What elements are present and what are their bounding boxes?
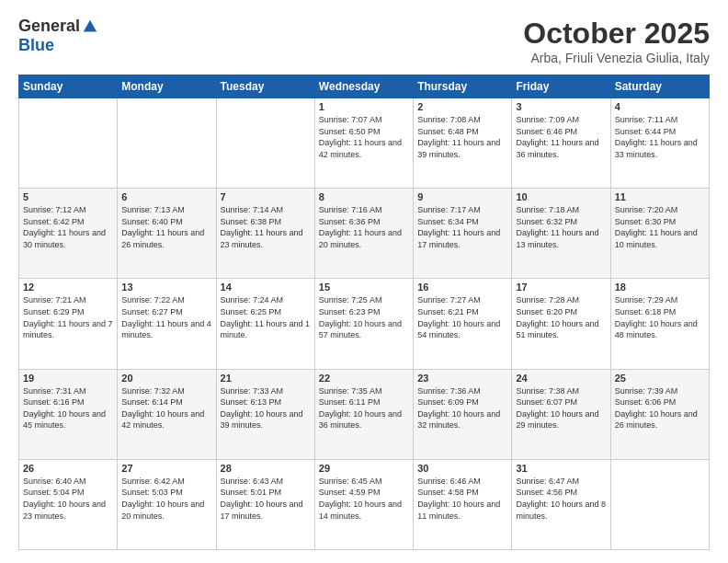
calendar-table: SundayMondayTuesdayWednesdayThursdayFrid…	[18, 75, 710, 550]
day-number: 4	[615, 101, 705, 112]
day-info: Sunrise: 6:42 AM Sunset: 5:03 PM Dayligh…	[121, 476, 211, 522]
logo: General Blue	[18, 17, 98, 55]
day-number: 13	[121, 282, 211, 293]
day-number: 29	[319, 463, 409, 474]
calendar-cell: 13Sunrise: 7:22 AM Sunset: 6:27 PM Dayli…	[118, 279, 216, 369]
calendar-cell: 23Sunrise: 7:36 AM Sunset: 6:09 PM Dayli…	[414, 369, 512, 459]
logo-general-text: General	[18, 17, 80, 36]
calendar-cell: 27Sunrise: 6:42 AM Sunset: 5:03 PM Dayli…	[118, 459, 216, 549]
week-row-4: 19Sunrise: 7:31 AM Sunset: 6:16 PM Dayli…	[19, 369, 710, 459]
calendar-cell: 17Sunrise: 7:28 AM Sunset: 6:20 PM Dayli…	[512, 279, 610, 369]
day-number: 5	[23, 191, 113, 202]
day-info: Sunrise: 7:20 AM Sunset: 6:30 PM Dayligh…	[615, 204, 705, 250]
day-info: Sunrise: 7:31 AM Sunset: 6:16 PM Dayligh…	[23, 385, 113, 431]
calendar-cell	[19, 98, 118, 189]
day-info: Sunrise: 7:12 AM Sunset: 6:42 PM Dayligh…	[23, 204, 113, 250]
day-info: Sunrise: 7:16 AM Sunset: 6:36 PM Dayligh…	[319, 204, 409, 250]
calendar-cell: 26Sunrise: 6:40 AM Sunset: 5:04 PM Dayli…	[19, 459, 118, 549]
calendar-cell: 10Sunrise: 7:18 AM Sunset: 6:32 PM Dayli…	[512, 189, 610, 279]
day-info: Sunrise: 7:11 AM Sunset: 6:44 PM Dayligh…	[615, 114, 705, 160]
calendar-cell	[118, 98, 216, 189]
calendar-cell: 30Sunrise: 6:46 AM Sunset: 4:58 PM Dayli…	[414, 459, 512, 549]
location: Arba, Friuli Venezia Giulia, Italy	[523, 51, 710, 65]
calendar-cell: 15Sunrise: 7:25 AM Sunset: 6:23 PM Dayli…	[314, 279, 413, 369]
day-number: 14	[221, 282, 311, 293]
day-header-saturday: Saturday	[610, 75, 709, 98]
calendar-cell: 21Sunrise: 7:33 AM Sunset: 6:13 PM Dayli…	[216, 369, 314, 459]
month-title: October 2025	[523, 17, 710, 51]
calendar-cell: 16Sunrise: 7:27 AM Sunset: 6:21 PM Dayli…	[414, 279, 512, 369]
day-info: Sunrise: 7:29 AM Sunset: 6:18 PM Dayligh…	[615, 294, 705, 340]
day-number: 22	[319, 373, 409, 384]
calendar-cell: 4Sunrise: 7:11 AM Sunset: 6:44 PM Daylig…	[610, 98, 709, 189]
calendar-cell	[610, 459, 709, 549]
day-info: Sunrise: 7:38 AM Sunset: 6:07 PM Dayligh…	[516, 385, 606, 431]
calendar-cell	[216, 98, 314, 189]
calendar-cell: 7Sunrise: 7:14 AM Sunset: 6:38 PM Daylig…	[216, 189, 314, 279]
day-number: 6	[121, 191, 211, 202]
day-number: 19	[23, 373, 113, 384]
day-number: 26	[23, 463, 113, 474]
day-info: Sunrise: 7:08 AM Sunset: 6:48 PM Dayligh…	[417, 114, 507, 160]
calendar-cell: 2Sunrise: 7:08 AM Sunset: 6:48 PM Daylig…	[414, 98, 512, 189]
day-info: Sunrise: 7:27 AM Sunset: 6:21 PM Dayligh…	[417, 294, 507, 340]
day-number: 21	[221, 373, 311, 384]
day-number: 18	[615, 282, 705, 293]
day-number: 20	[121, 373, 211, 384]
calendar-cell: 14Sunrise: 7:24 AM Sunset: 6:25 PM Dayli…	[216, 279, 314, 369]
calendar-cell: 1Sunrise: 7:07 AM Sunset: 6:50 PM Daylig…	[314, 98, 413, 189]
day-number: 11	[615, 191, 705, 202]
day-info: Sunrise: 7:22 AM Sunset: 6:27 PM Dayligh…	[121, 294, 211, 340]
day-info: Sunrise: 7:33 AM Sunset: 6:13 PM Dayligh…	[221, 385, 311, 431]
day-number: 30	[417, 463, 507, 474]
day-number: 3	[516, 101, 606, 112]
logo-icon	[82, 18, 98, 35]
header-right: October 2025 Arba, Friuli Venezia Giulia…	[523, 17, 710, 65]
day-info: Sunrise: 6:47 AM Sunset: 4:56 PM Dayligh…	[516, 476, 606, 522]
day-info: Sunrise: 7:32 AM Sunset: 6:14 PM Dayligh…	[121, 385, 211, 431]
day-number: 31	[516, 463, 606, 474]
day-info: Sunrise: 6:43 AM Sunset: 5:01 PM Dayligh…	[221, 476, 311, 522]
day-number: 7	[221, 191, 311, 202]
calendar-cell: 18Sunrise: 7:29 AM Sunset: 6:18 PM Dayli…	[610, 279, 709, 369]
calendar-cell: 3Sunrise: 7:09 AM Sunset: 6:46 PM Daylig…	[512, 98, 610, 189]
day-number: 15	[319, 282, 409, 293]
header-row: SundayMondayTuesdayWednesdayThursdayFrid…	[19, 75, 710, 98]
calendar-cell: 31Sunrise: 6:47 AM Sunset: 4:56 PM Dayli…	[512, 459, 610, 549]
day-info: Sunrise: 7:13 AM Sunset: 6:40 PM Dayligh…	[121, 204, 211, 250]
calendar-cell: 12Sunrise: 7:21 AM Sunset: 6:29 PM Dayli…	[19, 279, 118, 369]
day-number: 1	[319, 101, 409, 112]
calendar-cell: 11Sunrise: 7:20 AM Sunset: 6:30 PM Dayli…	[610, 189, 709, 279]
day-info: Sunrise: 7:36 AM Sunset: 6:09 PM Dayligh…	[417, 385, 507, 431]
day-info: Sunrise: 7:14 AM Sunset: 6:38 PM Dayligh…	[221, 204, 311, 250]
day-number: 25	[615, 373, 705, 384]
week-row-1: 1Sunrise: 7:07 AM Sunset: 6:50 PM Daylig…	[19, 98, 710, 189]
day-number: 10	[516, 191, 606, 202]
day-header-friday: Friday	[512, 75, 610, 98]
day-number: 28	[221, 463, 311, 474]
calendar-cell: 29Sunrise: 6:45 AM Sunset: 4:59 PM Dayli…	[314, 459, 413, 549]
header: General Blue October 2025 Arba, Friuli V…	[18, 17, 710, 65]
day-info: Sunrise: 7:35 AM Sunset: 6:11 PM Dayligh…	[319, 385, 409, 431]
day-number: 23	[417, 373, 507, 384]
day-info: Sunrise: 7:18 AM Sunset: 6:32 PM Dayligh…	[516, 204, 606, 250]
day-number: 17	[516, 282, 606, 293]
day-info: Sunrise: 7:07 AM Sunset: 6:50 PM Dayligh…	[319, 114, 409, 160]
calendar-cell: 24Sunrise: 7:38 AM Sunset: 6:07 PM Dayli…	[512, 369, 610, 459]
svg-marker-0	[84, 19, 97, 31]
calendar-cell: 6Sunrise: 7:13 AM Sunset: 6:40 PM Daylig…	[118, 189, 216, 279]
calendar-cell: 22Sunrise: 7:35 AM Sunset: 6:11 PM Dayli…	[314, 369, 413, 459]
calendar-cell: 8Sunrise: 7:16 AM Sunset: 6:36 PM Daylig…	[314, 189, 413, 279]
logo-blue-text: Blue	[18, 36, 54, 55]
day-info: Sunrise: 7:09 AM Sunset: 6:46 PM Dayligh…	[516, 114, 606, 160]
day-info: Sunrise: 7:21 AM Sunset: 6:29 PM Dayligh…	[23, 294, 113, 340]
day-number: 24	[516, 373, 606, 384]
day-number: 27	[121, 463, 211, 474]
day-info: Sunrise: 6:40 AM Sunset: 5:04 PM Dayligh…	[23, 476, 113, 522]
day-number: 16	[417, 282, 507, 293]
calendar-cell: 19Sunrise: 7:31 AM Sunset: 6:16 PM Dayli…	[19, 369, 118, 459]
calendar-cell: 28Sunrise: 6:43 AM Sunset: 5:01 PM Dayli…	[216, 459, 314, 549]
day-info: Sunrise: 6:46 AM Sunset: 4:58 PM Dayligh…	[417, 476, 507, 522]
day-number: 12	[23, 282, 113, 293]
week-row-5: 26Sunrise: 6:40 AM Sunset: 5:04 PM Dayli…	[19, 459, 710, 549]
